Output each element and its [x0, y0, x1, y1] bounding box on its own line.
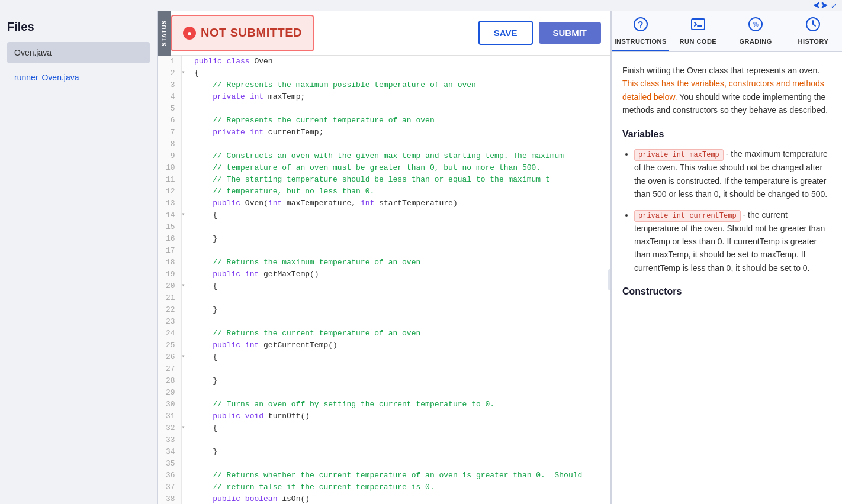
line-number: 21: [158, 292, 181, 304]
tab-instructions[interactable]: INSTRUCTIONS: [612, 11, 669, 51]
runner-oven-java[interactable]: Oven.java: [41, 73, 79, 82]
line-number: 19: [158, 269, 181, 280]
save-button[interactable]: SAVE: [478, 21, 533, 45]
table-row: 12 // temperature, but no less than 0.: [158, 186, 610, 198]
fold-indicator: [181, 387, 189, 399]
line-number: 28: [158, 375, 181, 387]
svg-point-1: [640, 27, 641, 28]
line-number: 20: [158, 280, 181, 292]
sidebar-item-oven-java[interactable]: Oven.java: [7, 42, 150, 63]
code-content: {: [189, 209, 610, 221]
table-row: 29: [158, 387, 610, 399]
code-content: {: [189, 422, 610, 434]
fold-indicator: [181, 269, 189, 280]
table-row: 17: [158, 245, 610, 257]
runner-label[interactable]: runner: [14, 73, 38, 82]
line-number: 35: [158, 458, 181, 470]
table-row: 15: [158, 221, 610, 233]
code-content: }: [189, 375, 610, 387]
code-area[interactable]: 1public class Oven2▾{3 // Represents the…: [158, 56, 610, 504]
history-icon: [805, 17, 821, 35]
table-row: 38 public boolean isOn(): [158, 493, 610, 504]
fold-indicator: [181, 493, 189, 504]
code-content: [189, 458, 610, 470]
sidebar: Files Oven.java runner Oven.java: [0, 11, 157, 504]
line-number: 22: [158, 304, 181, 316]
line-number: 23: [158, 316, 181, 328]
fold-indicator[interactable]: ▾: [181, 280, 189, 292]
table-row: 20▾ {: [158, 280, 610, 292]
code-content: {: [189, 67, 610, 79]
fold-indicator: [181, 470, 189, 482]
runner-link: runner Oven.java: [7, 70, 150, 85]
code-content: // Represents the maximum possible tempe…: [189, 79, 610, 91]
line-number: 27: [158, 363, 181, 375]
tab-history[interactable]: HISTORY: [785, 11, 842, 51]
code-content: }: [189, 446, 610, 458]
fold-indicator: [181, 375, 189, 387]
tab-instructions-label: INSTRUCTIONS: [614, 38, 667, 45]
fold-indicator[interactable]: ▾: [181, 422, 189, 434]
fold-indicator: [181, 221, 189, 233]
line-number: 8: [158, 138, 181, 150]
table-row: 22 }: [158, 304, 610, 316]
fold-indicator: [181, 138, 189, 150]
fold-indicator: [181, 257, 189, 269]
line-number: 18: [158, 257, 181, 269]
table-row: 14▾ {: [158, 209, 610, 221]
code-content: public class Oven: [189, 56, 610, 67]
code-content: public void turnOff(): [189, 411, 610, 422]
tab-grading[interactable]: % GRADING: [727, 11, 785, 51]
code-content: // Returns the current temperature of an…: [189, 328, 610, 340]
code-content: {: [189, 351, 610, 363]
not-submitted-text: NOT SUBMITTED: [201, 26, 302, 40]
code-content: // Returns whether the current temperatu…: [189, 470, 610, 482]
line-number: 26: [158, 351, 181, 363]
line-number: 29: [158, 387, 181, 399]
collapse-handle[interactable]: ◀: [608, 269, 610, 290]
code-content: public int getCurrentTemp(): [189, 340, 610, 351]
tab-history-label: HISTORY: [798, 38, 828, 45]
fold-indicator: [181, 434, 189, 446]
line-number: 24: [158, 328, 181, 340]
submit-button[interactable]: SUBMIT: [539, 22, 602, 44]
code-content: [189, 221, 610, 233]
tab-run-code-label: RUN CODE: [680, 38, 717, 45]
line-number: 1: [158, 56, 181, 67]
code-editor-wrap: 1public class Oven2▾{3 // Represents the…: [158, 56, 610, 504]
status-tab: STATUS: [158, 11, 171, 56]
line-number: 12: [158, 186, 181, 198]
fold-indicator: [181, 233, 189, 245]
line-number: 4: [158, 91, 181, 103]
fold-indicator: [181, 245, 189, 257]
code-content: public boolean isOn(): [189, 493, 610, 504]
line-number: 7: [158, 127, 181, 138]
line-number: 3: [158, 79, 181, 91]
code-content: [189, 434, 610, 446]
fold-indicator: [181, 162, 189, 174]
line-number: 14: [158, 209, 181, 221]
code-content: public int getMaxTemp(): [189, 269, 610, 280]
fold-indicator: [181, 174, 189, 186]
fold-indicator: [181, 115, 189, 127]
table-row: 5: [158, 103, 610, 115]
editor-toolbar: STATUS ● NOT SUBMITTED SAVE SUBMIT: [158, 11, 610, 56]
line-number: 36: [158, 470, 181, 482]
sidebar-title: Files: [7, 20, 150, 34]
tab-run-code[interactable]: RUN CODE: [669, 11, 727, 51]
fold-indicator[interactable]: ▾: [181, 67, 189, 79]
instruction-intro: Finish writing the Oven class that repre…: [622, 64, 831, 117]
fold-indicator: [181, 79, 189, 91]
code-content: }: [189, 304, 610, 316]
compress-icon[interactable]: ⮜⮞: [813, 1, 828, 10]
table-row: 30 // Turns an oven off by setting the c…: [158, 399, 610, 411]
fold-indicator: [181, 198, 189, 209]
svg-point-0: [634, 18, 647, 31]
fold-indicator[interactable]: ▾: [181, 351, 189, 363]
constructors-heading: Constructors: [622, 284, 831, 299]
code-content: // temperature of an oven must be greate…: [189, 162, 610, 174]
fold-indicator[interactable]: ▾: [181, 209, 189, 221]
code-content: [189, 387, 610, 399]
code-content: [189, 292, 610, 304]
expand-icon[interactable]: ⤢: [831, 1, 837, 10]
